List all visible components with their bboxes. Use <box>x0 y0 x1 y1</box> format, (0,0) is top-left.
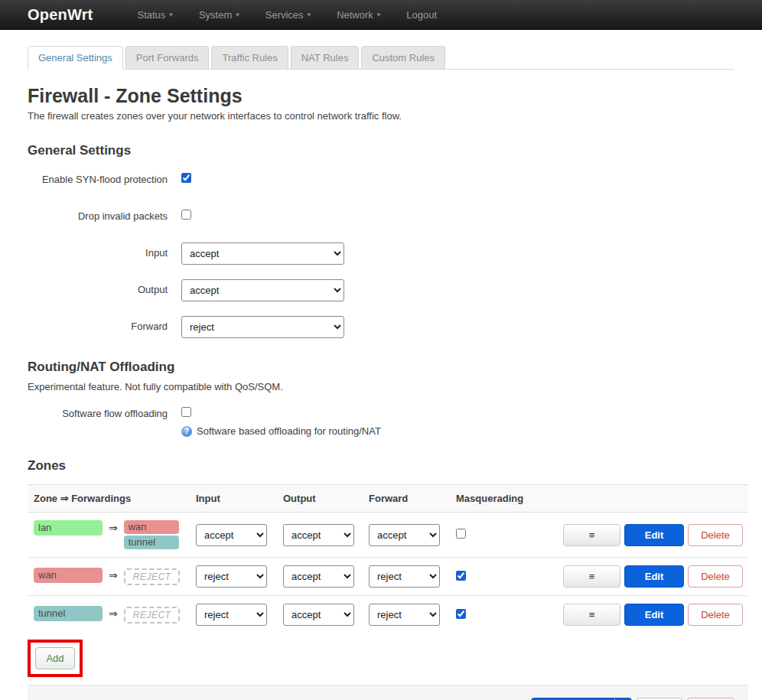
reject-placeholder: REJECT <box>124 568 181 585</box>
flow-offloading-checkbox[interactable] <box>181 407 191 417</box>
wan-forward-select[interactable]: reject <box>369 565 440 588</box>
tunnel-output-select[interactable]: accept <box>283 604 354 626</box>
openwrt-logo: OpenWrt <box>28 6 93 24</box>
forward-arrow: ⇒ <box>109 568 118 581</box>
page-title: Firewall - Zone Settings <box>28 85 734 107</box>
chevron-down-icon: ▾ <box>377 11 381 18</box>
input-policy-select[interactable]: accept <box>181 243 344 265</box>
wan-input-select[interactable]: reject <box>196 565 267 588</box>
add-button-highlight: Add <box>28 640 83 677</box>
drop-invalid-checkbox[interactable] <box>181 210 191 220</box>
zone-row-wan: wan ⇒ REJECT reject accept reject ≡ Edit… <box>28 558 748 596</box>
tab-nat-rules[interactable]: NAT Rules <box>291 46 360 69</box>
tunnel-delete-button[interactable]: Delete <box>688 604 743 626</box>
zones-table-header: Zone ⇒ Forwardings Input Output Forward … <box>28 484 748 513</box>
input-policy-label: Input <box>28 243 168 259</box>
forward-policy-select[interactable]: reject <box>181 316 344 338</box>
tab-custom-rules[interactable]: Custom Rules <box>361 46 445 69</box>
wan-masquerading-checkbox[interactable] <box>456 571 466 581</box>
top-navbar: OpenWrt Status ▾ System ▾ Services ▾ Net… <box>0 0 762 30</box>
col-output: Output <box>283 493 369 504</box>
forward-policy-row: Forward reject <box>28 316 734 338</box>
chevron-down-icon: ▾ <box>236 11 239 18</box>
tunnel-edit-button[interactable]: Edit <box>624 604 684 626</box>
forward-arrow: ⇒ <box>109 520 118 534</box>
wan-edit-button[interactable]: Edit <box>624 565 684 588</box>
col-zone-forwardings: Zone ⇒ Forwardings <box>34 493 196 504</box>
syn-flood-row: Enable SYN-flood protection <box>28 169 734 191</box>
footer-action-bar: Save & Apply ▾ Save Reset <box>28 685 748 700</box>
wan-output-select[interactable]: accept <box>283 565 354 588</box>
col-forward: Forward <box>369 493 456 504</box>
tab-general-settings[interactable]: General Settings <box>28 46 123 70</box>
zone-row-tunnel: tunnel ⇒ REJECT reject accept reject ≡ E… <box>28 596 748 633</box>
forward-arrow: ⇒ <box>109 606 118 620</box>
tab-traffic-rules[interactable]: Traffic Rules <box>211 46 288 69</box>
lan-output-select[interactable]: accept <box>283 524 354 546</box>
chevron-down-icon: ▾ <box>169 11 173 18</box>
zones-heading: Zones <box>28 458 734 474</box>
output-policy-select[interactable]: accept <box>181 279 344 301</box>
offloading-heading: Routing/NAT Offloading <box>28 360 734 375</box>
general-settings-heading: General Settings <box>28 143 734 158</box>
syn-flood-label: Enable SYN-flood protection <box>28 169 168 185</box>
flow-offloading-label: Software flow offloading <box>28 403 168 419</box>
page-subtitle: The firewall creates zones over your net… <box>28 110 734 122</box>
nav-item-services[interactable]: Services ▾ <box>265 9 311 21</box>
zone-badge-tunnel: tunnel <box>34 606 103 621</box>
chevron-down-icon: ▾ <box>308 11 311 18</box>
output-policy-row: Output accept <box>28 279 734 301</box>
zones-table: Zone ⇒ Forwardings Input Output Forward … <box>28 484 748 633</box>
drop-invalid-label: Drop invalid packets <box>28 206 168 222</box>
lan-input-select[interactable]: accept <box>196 524 267 546</box>
nav-item-network[interactable]: Network ▾ <box>337 9 380 21</box>
zone-badge-lan: lan <box>34 520 103 536</box>
add-zone-button[interactable]: Add <box>35 647 75 669</box>
offloading-description: Experimental feature. Not fully compatib… <box>28 381 734 392</box>
flow-offloading-hint: ? Software based offloading for routing/… <box>181 421 734 437</box>
firewall-tabs: General Settings Port Forwards Traffic R… <box>28 46 734 70</box>
flow-offloading-hint-text: Software based offloading for routing/NA… <box>197 425 381 437</box>
forwarding-badge-tunnel: tunnel <box>124 536 179 549</box>
lan-edit-button[interactable]: Edit <box>624 524 684 546</box>
forwarding-badge-wan: wan <box>124 520 179 534</box>
tunnel-forward-select[interactable]: reject <box>369 604 440 626</box>
lan-drag-handle[interactable]: ≡ <box>563 524 620 546</box>
tunnel-input-select[interactable]: reject <box>196 604 267 626</box>
input-policy-row: Input accept <box>28 243 734 265</box>
tunnel-drag-handle[interactable]: ≡ <box>563 604 620 626</box>
tab-port-forwards[interactable]: Port Forwards <box>125 46 210 69</box>
syn-flood-checkbox[interactable] <box>181 173 191 183</box>
lan-forward-select[interactable]: accept <box>369 524 440 546</box>
nav-item-logout[interactable]: Logout <box>406 9 437 21</box>
wan-delete-button[interactable]: Delete <box>688 565 743 588</box>
zone-row-lan: lan ⇒ wan tunnel accept accept accept ≡ … <box>28 513 748 558</box>
lan-masquerading-checkbox[interactable] <box>456 529 466 539</box>
nav-item-system[interactable]: System ▾ <box>199 9 239 21</box>
reject-placeholder: REJECT <box>124 607 181 623</box>
nav-item-status[interactable]: Status ▾ <box>137 9 172 21</box>
help-icon: ? <box>181 426 192 437</box>
zone-badge-wan: wan <box>34 568 103 583</box>
output-policy-label: Output <box>28 279 168 295</box>
nav-menu: Status ▾ System ▾ Services ▾ Network ▾ L… <box>137 9 437 21</box>
forward-policy-label: Forward <box>28 316 168 332</box>
tunnel-masquerading-checkbox[interactable] <box>456 609 466 619</box>
wan-drag-handle[interactable]: ≡ <box>563 565 620 588</box>
drop-invalid-row: Drop invalid packets <box>28 206 734 228</box>
col-input: Input <box>196 493 283 504</box>
col-masquerading: Masquerading <box>456 493 563 504</box>
lan-delete-button[interactable]: Delete <box>688 524 743 546</box>
